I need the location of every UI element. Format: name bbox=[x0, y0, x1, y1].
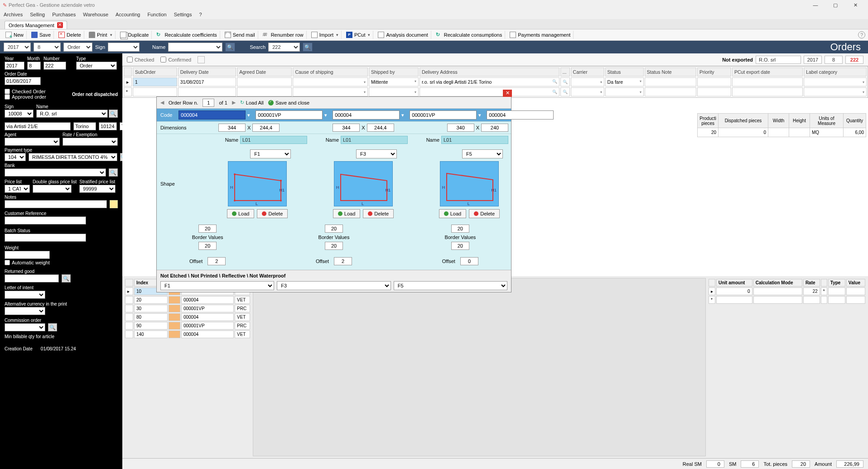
save-button[interactable]: Save bbox=[29, 31, 54, 39]
dim-w-2[interactable] bbox=[333, 124, 360, 132]
checked-order-cb[interactable] bbox=[5, 89, 10, 94]
modal-nav-current[interactable] bbox=[203, 99, 214, 107]
shape-load-0[interactable]: Load bbox=[227, 209, 254, 218]
orderdate-input[interactable] bbox=[5, 77, 41, 85]
shape-delete-2[interactable]: Delete bbox=[363, 209, 394, 218]
window-minimize[interactable]: — bbox=[805, 0, 825, 10]
pricelist-select[interactable]: 1 CAT bbox=[5, 185, 30, 193]
dim-w-0[interactable] bbox=[218, 124, 246, 132]
border-top-0[interactable] bbox=[198, 225, 217, 233]
renumber-button[interactable]: ##Renumber row bbox=[260, 31, 307, 39]
menu-accounting[interactable]: Accounting bbox=[116, 12, 140, 17]
shape-delete-4[interactable]: Delete bbox=[469, 209, 500, 218]
import-button[interactable]: Import bbox=[309, 31, 342, 39]
shape-delete-0[interactable]: Delete bbox=[257, 209, 288, 218]
name-input-0[interactable] bbox=[240, 136, 307, 144]
delete-button[interactable]: Delete bbox=[56, 31, 84, 39]
border-top-2[interactable] bbox=[325, 225, 343, 233]
modal-nav-next[interactable]: ▶ bbox=[232, 100, 236, 105]
border-bot-0[interactable] bbox=[198, 242, 217, 250]
menu-selling[interactable]: Selling bbox=[30, 12, 45, 17]
paytype-code-select[interactable]: 104 bbox=[5, 153, 26, 161]
returned-input[interactable] bbox=[5, 274, 59, 282]
custname-search-icon[interactable]: 🔍 bbox=[109, 110, 118, 118]
filter-year[interactable]: 2017 bbox=[4, 43, 31, 52]
month-input[interactable] bbox=[27, 62, 41, 70]
filter-sign[interactable] bbox=[108, 43, 140, 52]
modal-saveclose-button[interactable]: Save and close bbox=[268, 100, 309, 105]
filter-name-search-button[interactable]: 🔍 bbox=[225, 43, 235, 52]
loi-select[interactable] bbox=[5, 291, 45, 299]
menu-help[interactable]: ? bbox=[199, 12, 202, 17]
dim-h-4[interactable] bbox=[481, 124, 508, 132]
dim-h-0[interactable] bbox=[252, 124, 280, 132]
returned-search-icon[interactable]: 🔍 bbox=[62, 274, 71, 282]
footer-tab-1[interactable]: F3 bbox=[277, 281, 391, 290]
commord-search-icon[interactable]: 🔍 bbox=[48, 323, 57, 331]
sign-select[interactable]: 10008 bbox=[5, 110, 34, 118]
menu-warehouse[interactable]: Warehouse bbox=[83, 12, 108, 17]
filter-search-button[interactable]: 🔍 bbox=[303, 43, 313, 52]
commord-select[interactable] bbox=[5, 323, 45, 331]
filter-name[interactable] bbox=[168, 43, 222, 52]
altcur-select[interactable] bbox=[5, 307, 45, 315]
autoweight-cb[interactable] bbox=[5, 260, 10, 265]
bank-select[interactable] bbox=[5, 168, 106, 177]
tab-orders-management[interactable]: Orders Management ✕ bbox=[5, 21, 67, 29]
border-top-4[interactable] bbox=[451, 225, 469, 233]
duplicate-button[interactable]: Duplicate bbox=[117, 31, 152, 39]
help-icon[interactable]: ? bbox=[858, 31, 865, 38]
year-input[interactable] bbox=[5, 62, 24, 70]
agent-select[interactable] bbox=[5, 138, 60, 146]
rate-exemption-select[interactable] bbox=[63, 138, 118, 146]
notes-input[interactable] bbox=[5, 200, 107, 208]
new-button[interactable]: New bbox=[3, 31, 27, 39]
code-input-4[interactable] bbox=[487, 110, 554, 120]
bank-search-icon[interactable]: 🔍 bbox=[109, 168, 118, 177]
filter-search[interactable]: 222 bbox=[268, 43, 300, 52]
offset-4[interactable] bbox=[460, 257, 478, 265]
footer-tab-2[interactable]: F5 bbox=[394, 281, 507, 290]
border-bot-2[interactable] bbox=[325, 242, 343, 250]
footer-tab-0[interactable]: F1 bbox=[160, 281, 274, 290]
menu-function[interactable]: Function bbox=[147, 12, 166, 17]
dblglass-select[interactable] bbox=[33, 185, 72, 193]
filter-month[interactable]: 8 bbox=[34, 43, 61, 52]
menu-archives[interactable]: Archives bbox=[4, 12, 23, 17]
modal-loadall-button[interactable]: ↻Load All bbox=[240, 100, 264, 105]
name-input-4[interactable] bbox=[441, 136, 508, 144]
paytype-name-select[interactable]: RIMESSA DIRETTA SCONTO 4% bbox=[29, 153, 117, 161]
confirmed-cb[interactable] bbox=[160, 57, 166, 62]
city-input[interactable] bbox=[73, 122, 96, 130]
analysis-button[interactable]: Analysis document bbox=[375, 31, 431, 39]
filter-type[interactable]: Order bbox=[63, 43, 92, 52]
tab-close-icon[interactable]: ✕ bbox=[57, 22, 63, 28]
print-button[interactable]: Print bbox=[86, 31, 116, 39]
checked-cb[interactable] bbox=[127, 57, 133, 62]
payments-button[interactable]: Payments management bbox=[507, 31, 574, 39]
code-input-3[interactable] bbox=[410, 110, 477, 120]
shape-select-2[interactable]: F3 bbox=[356, 149, 397, 158]
modal-close-button[interactable]: ✕ bbox=[503, 90, 512, 97]
recalc-coeff-button[interactable]: ↻Recalculate coefficients bbox=[154, 31, 220, 39]
custname-select[interactable]: R.O. srl bbox=[36, 110, 108, 118]
pcut-button[interactable]: PPCut bbox=[343, 31, 373, 39]
dim-h-2[interactable] bbox=[367, 124, 394, 132]
zip-input[interactable] bbox=[99, 122, 117, 130]
menu-settings[interactable]: Settings bbox=[174, 12, 192, 17]
offset-2[interactable] bbox=[334, 257, 352, 265]
custref-input[interactable] bbox=[5, 216, 86, 225]
notes-button[interactable] bbox=[110, 200, 118, 208]
menu-purchases[interactable]: Purchases bbox=[52, 12, 76, 17]
modal-nav-prev[interactable]: ◀ bbox=[160, 100, 164, 105]
address-input[interactable] bbox=[5, 122, 71, 130]
border-bot-4[interactable] bbox=[451, 242, 469, 250]
recalc-cons-button[interactable]: ↻Recalculate consumptions bbox=[433, 31, 505, 39]
name-input-2[interactable] bbox=[341, 136, 408, 144]
offset-0[interactable] bbox=[207, 257, 226, 265]
code-input-2[interactable] bbox=[333, 110, 400, 120]
code-input-0[interactable] bbox=[178, 110, 246, 120]
approved-order-cb[interactable] bbox=[5, 94, 10, 100]
window-maximize[interactable]: ▢ bbox=[825, 0, 845, 10]
shape-select-0[interactable]: F1 bbox=[250, 149, 291, 158]
